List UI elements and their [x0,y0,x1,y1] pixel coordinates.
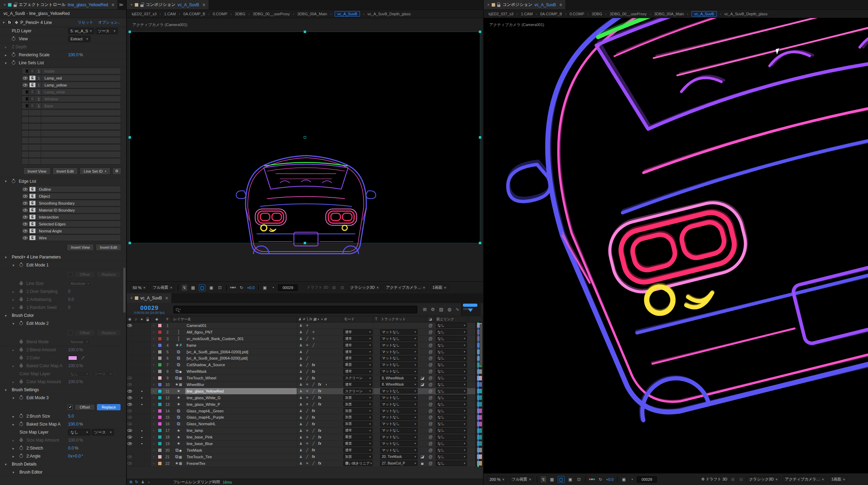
pickwhip-icon[interactable]: @ [426,381,435,388]
draft-3d-toggle[interactable]: ドラフト 3D [307,285,328,290]
tab-composition-2[interactable]: × コンポジション vc_A_SuvB ≡ [484,0,565,9]
layer-name[interactable]: TireTouch_Wheel [185,375,297,381]
stopwatch-icon[interactable] [19,263,26,267]
three-d-switch-icon[interactable]: ✛ [310,330,317,334]
edge-row[interactable]: E Outline [22,186,121,192]
shy-icon[interactable]: ♟ [298,435,304,439]
solo-column-icon[interactable]: ● [139,316,145,322]
param-value[interactable]: 100.0 [68,422,79,427]
fx-switch-icon[interactable]: fx [310,416,317,419]
checkbox[interactable]: ✔ [68,405,73,410]
eye-icon[interactable] [128,390,132,393]
shy-icon[interactable]: ♟ [298,356,304,360]
audio-cell[interactable] [133,395,139,401]
param-dropdown[interactable]: なし▾ [68,371,90,377]
layer-name-column[interactable]: レイヤー名 [172,316,297,322]
fx-switch-icon[interactable]: fx [317,461,323,465]
eye-icon[interactable] [128,377,132,379]
eye-icon[interactable] [128,442,132,445]
stopwatch-icon[interactable] [19,380,26,384]
label-chip[interactable] [158,376,162,380]
panel-menu-icon[interactable]: ≡ [203,2,205,7]
eye-icon[interactable] [23,195,27,198]
param-row[interactable]: ▸ 2:Brush Size 5.0 ▾ ▾ ✔ [0,412,126,420]
param-dropdown[interactable]: なし▾ [68,429,90,435]
fx-switch-icon[interactable]: fx [317,402,323,406]
param-value[interactable]: 100.0 [68,52,79,57]
layer-name[interactable]: line_lamp [185,427,297,434]
shy-icon[interactable]: ♟ [298,422,304,426]
comp-viewer[interactable]: アクティブカメラ (Camera001) 50 %▾ フル画質▾ ↯ ▦ ▢ ▣… [127,18,483,293]
stopwatch-icon[interactable] [19,422,26,426]
alpha-matte-icon[interactable]: ◪ [420,376,424,380]
edge-row[interactable]: E Smoothing Boundary [22,200,121,206]
edit-toggle[interactable]: E [30,83,35,87]
fx-switch-icon[interactable]: fx [317,383,323,386]
solo-dot[interactable]: ● [141,436,142,438]
table-row[interactable]: ● › 12 line_glass_White_G ♟ ✳ ╱ fx ◑ ✛ [127,395,483,401]
eyedropper-icon[interactable] [81,356,85,360]
line-set-row[interactable]: E 1 Lamp_white [22,89,121,95]
table-row[interactable]: ● › 20 TireMask ♟ ✳ ╱ fx ◑ ✛ 通常▾ [127,447,483,454]
expander-icon[interactable]: › [151,401,156,408]
table-row[interactable]: ● › 14 Glass_mapHL_Green ♟ ✳ ╱ fx ◑ ✛ [127,408,483,414]
breadcrumb-item[interactable]: 3DBG [592,12,602,16]
blend-mode-dropdown[interactable]: スクリーン▾ [343,388,372,394]
preserve-transparency-cell[interactable] [373,349,379,355]
blend-mode-dropdown[interactable]: 加算▾ [343,395,372,400]
param-row[interactable]: Blend Mode Normal▾ ▾ ✔ [0,338,126,346]
offset-button[interactable]: Offset [75,271,95,278]
pickwhip-icon[interactable]: @ [426,388,435,394]
panel-menu-icon[interactable]: ≡ [112,2,114,7]
line-set-empty-row[interactable] [22,158,121,165]
audio-cell[interactable] [133,322,139,329]
line-set-row[interactable]: E 1 Inside [22,68,121,74]
expander-icon[interactable]: › [151,362,156,368]
param-row[interactable]: ▸ 2:Blend Amount 100.0% ▾ ▾ ✔ [0,346,126,354]
blend-mode-dropdown[interactable]: スクリーン▾ [343,376,372,381]
param-value[interactable]: 0 [68,305,71,310]
edge-name[interactable]: Wire [36,236,47,240]
layer-name[interactable]: vc_mobSuvB_Bank_Custom_001 [185,336,297,342]
stopwatch-icon[interactable] [19,282,26,285]
preserve-transparency-cell[interactable] [373,368,379,375]
selection-handle[interactable] [129,242,131,244]
eye-icon[interactable] [23,202,27,205]
edge-row[interactable]: E Normal Angle [22,228,121,234]
table-row[interactable]: ● › 11 line_glass_YellowRed ♟ ✳ ╱ fx ◑ ✛ [127,388,483,395]
parent-dropdown[interactable]: なし▾ [436,336,467,341]
quality-icon[interactable]: ╱ [304,416,310,419]
table-row[interactable]: ● › 6 [vc_A_SuvB_base_[0064-0200].pld] ♟… [127,355,483,362]
table-row[interactable]: ● › 22 FresnelTex ♟ ✳ ╱ fx ◑ ✛ 覆い [127,460,483,467]
render-status-icon[interactable]: ⧉ [130,480,132,484]
selection-handle[interactable] [304,242,306,244]
edit-toggle[interactable]: E [30,215,35,219]
breadcrumb-item[interactable]: 3DBG_00__useProxy [253,12,290,16]
parent-dropdown[interactable]: なし▾ [436,441,467,446]
lock-cell[interactable] [145,414,151,420]
pickwhip-icon[interactable]: @ [426,441,435,447]
color-box[interactable] [25,104,28,108]
layer-name[interactable]: CstShadow_A_Source [185,362,297,368]
track-matte-dropdown[interactable]: マットなし▾ [380,369,418,374]
lock-cell[interactable] [145,336,151,342]
param-row[interactable]: ▾ ▾ ✔ Offset Replace [0,269,126,280]
selection-handle[interactable] [479,242,481,244]
disclosure-icon[interactable]: ▸ [5,53,12,57]
stopwatch-icon[interactable] [19,290,26,293]
breadcrumb-item[interactable]: 3DBG_00__useProxy [610,12,647,16]
audio-cell[interactable] [133,388,139,394]
selection-handle[interactable] [129,136,131,139]
audio-cell[interactable] [133,434,139,440]
fx-switch-icon[interactable]: fx [317,396,323,400]
eye-icon[interactable] [23,188,27,191]
disclosure-icon[interactable]: ▸ [13,298,19,302]
layer-name[interactable]: TireTouch_Tire [185,454,297,460]
breadcrumb-item[interactable]: kjED2_037_s3 [489,12,514,16]
layer-name[interactable]: line_glass_White_G [185,395,297,401]
preserve-transparency-cell[interactable] [373,434,379,440]
expander-icon[interactable]: › [151,460,156,467]
expander-icon[interactable]: › [151,441,156,447]
param-value[interactable]: 100.0 [68,347,79,352]
param-row[interactable]: ▾ ▾ ✔ Offset Replace [0,328,126,338]
